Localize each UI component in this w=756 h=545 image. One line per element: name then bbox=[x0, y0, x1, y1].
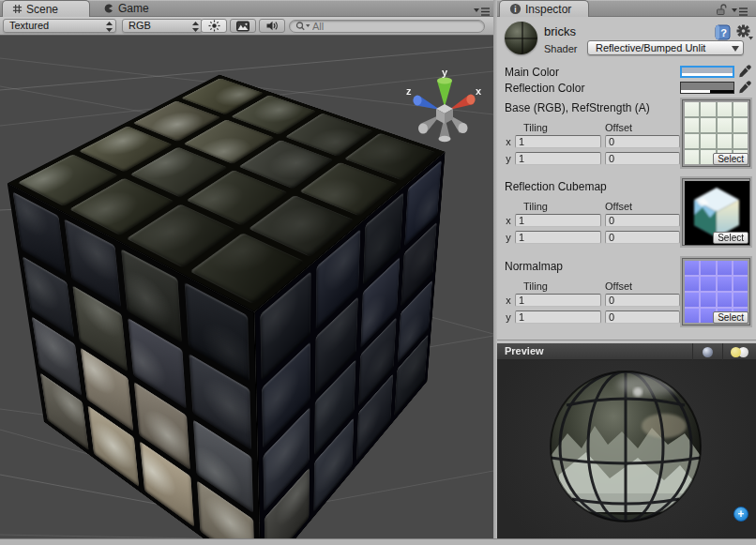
lighting-icon bbox=[731, 347, 749, 357]
svg-text:i: i bbox=[514, 5, 516, 14]
tab-game[interactable]: Game bbox=[94, 0, 171, 17]
search-input[interactable] bbox=[312, 21, 478, 32]
gizmo-neg-z-base bbox=[418, 124, 428, 134]
preview-header[interactable]: Preview bbox=[497, 343, 756, 360]
base-tiling-y-input[interactable] bbox=[515, 152, 601, 165]
normalmap-tiling-x-input[interactable] bbox=[515, 294, 601, 307]
add-button[interactable]: + bbox=[733, 507, 748, 522]
reflection-color-label: Reflection Color bbox=[505, 82, 584, 95]
tab-inspector-label: Inspector bbox=[525, 3, 571, 16]
section-title: Base (RGB), RefStrength (A) bbox=[505, 101, 650, 114]
gizmo-z-base bbox=[413, 96, 421, 106]
material-name: bricks bbox=[544, 24, 576, 38]
speaker-icon bbox=[265, 20, 279, 32]
base-tiling-x-input[interactable] bbox=[515, 135, 601, 148]
scene-tabbar: Scene Game bbox=[0, 0, 493, 17]
inspector-tabbar: i Inspector bbox=[497, 0, 756, 17]
draw-mode-value: Textured bbox=[9, 20, 49, 31]
section-title: Reflection Cubemap bbox=[505, 180, 607, 193]
shader-value: Reflective/Bumped Unlit bbox=[596, 42, 705, 53]
cubemap-tiling-y-input[interactable] bbox=[515, 231, 601, 244]
preview-divider bbox=[497, 340, 756, 341]
tab-scene-label: Scene bbox=[26, 3, 58, 16]
tab-scene[interactable]: Scene bbox=[2, 0, 90, 17]
x-axis-label: x bbox=[505, 136, 512, 147]
scene-cube-object[interactable] bbox=[117, 110, 323, 493]
info-icon: i bbox=[509, 3, 522, 15]
normalmap-offset-x-input[interactable] bbox=[605, 294, 680, 307]
inspector-panel: i Inspector bricks bbox=[497, 0, 756, 538]
section-base-texture: Base (RGB), RefStrength (A) Select Tilin… bbox=[497, 98, 756, 177]
tab-inspector[interactable]: i Inspector bbox=[499, 0, 589, 17]
material-preview-ball bbox=[505, 22, 537, 54]
y-axis-label: y bbox=[505, 232, 512, 243]
section-reflection-cubemap: Reflection Cubemap bbox=[497, 177, 756, 256]
shader-label: Shader bbox=[544, 43, 577, 54]
preview-viewport[interactable]: + bbox=[497, 360, 756, 538]
search-icon bbox=[295, 21, 310, 32]
draw-mode-dropdown[interactable]: Textured bbox=[3, 19, 116, 33]
tab-game-label: Game bbox=[118, 2, 149, 15]
window-statusbar bbox=[0, 538, 756, 545]
reflection-color-eyedropper-icon[interactable] bbox=[738, 81, 751, 94]
tiling-label: Tiling bbox=[523, 201, 548, 212]
chevron-down-icon bbox=[732, 46, 739, 52]
preview-shape-button[interactable] bbox=[692, 343, 722, 360]
gizmo-center-cube[interactable] bbox=[436, 104, 453, 124]
gizmo-neg-y-base bbox=[439, 136, 451, 142]
gizmo-y-base bbox=[437, 78, 452, 84]
y-axis-label: y bbox=[505, 153, 512, 164]
scene-panel: Scene Game Textured bbox=[0, 0, 493, 538]
orientation-gizmo[interactable]: y x z bbox=[401, 66, 488, 148]
scene-grid-icon bbox=[12, 4, 23, 14]
preview-sphere bbox=[497, 360, 756, 538]
offset-label: Offset bbox=[605, 122, 632, 133]
unity-editor-window: Scene Game Textured bbox=[0, 0, 756, 545]
audio-toggle-button[interactable] bbox=[259, 19, 285, 33]
cubemap-offset-y-input[interactable] bbox=[605, 231, 680, 244]
tiling-label: Tiling bbox=[523, 122, 548, 133]
skybox-icon bbox=[236, 21, 249, 32]
offset-label: Offset bbox=[605, 280, 632, 292]
lock-icon[interactable] bbox=[716, 3, 729, 16]
gizmo-y-label: y bbox=[442, 67, 448, 78]
main-color-eyedropper-icon[interactable] bbox=[738, 65, 751, 78]
gizmo-x-base bbox=[466, 95, 475, 105]
updown-arrows-icon bbox=[192, 22, 199, 35]
scene-viewport[interactable]: y x z bbox=[0, 36, 493, 538]
section-title: Normalmap bbox=[505, 260, 563, 273]
main-color-label: Main Color bbox=[505, 66, 559, 79]
offset-label: Offset bbox=[605, 201, 632, 212]
cubemap-tiling-x-input[interactable] bbox=[515, 214, 601, 227]
y-axis-label: y bbox=[505, 311, 512, 323]
x-axis-label: x bbox=[505, 295, 512, 306]
section-normalmap: Normalmap Select Tiling Offset x y bbox=[497, 257, 756, 336]
lighting-toggle-button[interactable] bbox=[201, 19, 227, 33]
main-color-swatch[interactable] bbox=[680, 66, 734, 78]
gizmo-y-cone[interactable] bbox=[437, 81, 452, 107]
reflection-color-swatch[interactable] bbox=[680, 82, 734, 94]
gizmo-neg-x-base bbox=[459, 123, 468, 133]
inspector-panel-menu-icon[interactable] bbox=[732, 4, 750, 14]
base-offset-x-input[interactable] bbox=[605, 135, 680, 148]
gizmo-z-label: z bbox=[406, 85, 412, 97]
render-mode-dropdown[interactable]: RGB bbox=[122, 19, 203, 33]
base-offset-y-input[interactable] bbox=[605, 152, 680, 165]
scene-panel-menu-icon[interactable] bbox=[474, 4, 492, 14]
cube-tile bbox=[23, 256, 74, 338]
render-mode-value: RGB bbox=[129, 20, 151, 31]
gizmo-x-label: x bbox=[476, 85, 482, 97]
cubemap-offset-x-input[interactable] bbox=[605, 214, 680, 227]
sphere-icon bbox=[703, 347, 713, 357]
normalmap-tiling-y-input[interactable] bbox=[515, 310, 601, 324]
scene-toolbar: Textured RGB bbox=[0, 17, 493, 36]
preview-lighting-button[interactable] bbox=[722, 343, 756, 360]
normalmap-offset-y-input[interactable] bbox=[605, 310, 680, 324]
skybox-toggle-button[interactable] bbox=[230, 19, 256, 33]
tiling-label: Tiling bbox=[523, 280, 548, 292]
updown-arrows-icon bbox=[106, 22, 113, 35]
scene-search-field bbox=[289, 20, 485, 33]
shader-dropdown[interactable]: Reflective/Bumped Unlit bbox=[587, 40, 744, 55]
preview-title: Preview bbox=[505, 345, 544, 356]
game-icon bbox=[103, 3, 114, 14]
